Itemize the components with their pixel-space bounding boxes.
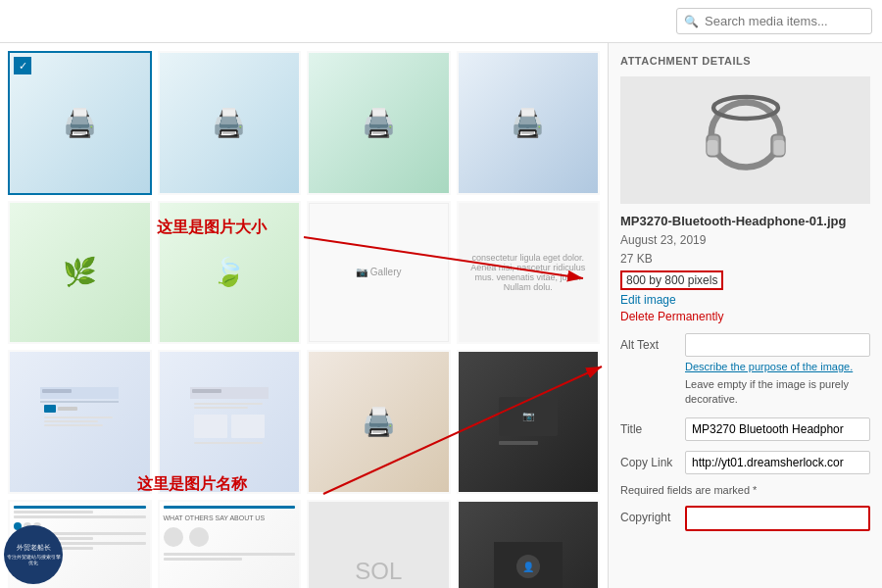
watermark-text: 外贸老船长 专注外贸建站与搜索引擎优化 bbox=[4, 542, 63, 567]
media-item[interactable]: SOL bbox=[307, 500, 451, 589]
svg-rect-28 bbox=[773, 140, 784, 155]
gallery-label: 📷 Gallery bbox=[356, 267, 401, 277]
media-item[interactable]: 👤 bbox=[457, 500, 601, 589]
svg-rect-7 bbox=[44, 424, 103, 426]
watermark-line2: 专注外贸建站与搜索引擎优化 bbox=[6, 554, 61, 565]
svg-rect-2 bbox=[40, 401, 119, 403]
title-row: Title bbox=[620, 417, 870, 441]
watermark-line1: 外贸老船长 bbox=[6, 544, 61, 552]
svg-rect-5 bbox=[44, 416, 113, 418]
attachment-filesize: 27 KB bbox=[620, 250, 870, 269]
delete-permanently-link[interactable]: Delete Permanently bbox=[620, 310, 870, 323]
svg-rect-4 bbox=[58, 407, 77, 411]
copy-link-row: Copy Link bbox=[620, 451, 870, 474]
svg-rect-9 bbox=[192, 389, 221, 393]
dark-image-1: 📷 bbox=[459, 352, 599, 492]
svg-rect-6 bbox=[44, 420, 98, 422]
svg-rect-3 bbox=[44, 405, 56, 413]
svg-rect-17 bbox=[499, 441, 538, 445]
alt-text-label: Alt Text bbox=[620, 333, 679, 352]
alt-text-row: Alt Text bbox=[620, 333, 870, 357]
pixel-size-wrap: 800 by 800 pixels bbox=[620, 270, 870, 290]
svg-rect-1 bbox=[42, 389, 72, 393]
media-item[interactable]: ✓ 🖨️ bbox=[8, 51, 152, 195]
search-icon: 🔍 bbox=[684, 15, 699, 28]
svg-rect-11 bbox=[194, 407, 248, 409]
svg-point-24 bbox=[710, 103, 779, 168]
media-item[interactable]: 🍃 bbox=[158, 201, 302, 345]
attachment-panel: ATTACHMENT DETAILS MP3270-Bluetooth-Head… bbox=[608, 43, 882, 588]
dark-image-2: 👤 bbox=[459, 502, 599, 589]
copyright-row: Copyright bbox=[620, 506, 870, 531]
media-item[interactable] bbox=[8, 350, 152, 494]
attachment-date: August 23, 2019 bbox=[620, 231, 870, 250]
media-grid-area: ✓ 🖨️ 🖨️ 🖨️ 🖨️ 🌿 🍃 📷 Gallery bbox=[0, 43, 608, 588]
title-label: Title bbox=[620, 417, 679, 436]
media-grid: ✓ 🖨️ 🖨️ 🖨️ 🖨️ 🌿 🍃 📷 Gallery bbox=[8, 51, 600, 588]
media-item[interactable] bbox=[158, 350, 302, 494]
copyright-label: Copyright bbox=[620, 506, 679, 524]
top-bar: 🔍 bbox=[0, 0, 882, 43]
media-item[interactable]: 🖨️ bbox=[307, 350, 451, 494]
svg-rect-27 bbox=[707, 140, 717, 155]
leaf-image-1: 🌿 bbox=[10, 203, 150, 343]
search-wrap: 🔍 bbox=[676, 8, 872, 34]
watermark: 外贸老船长 专注外贸建站与搜索引擎优化 bbox=[4, 525, 63, 584]
svg-text:👤: 👤 bbox=[522, 561, 535, 573]
gallery-placeholder: 📷 Gallery bbox=[309, 203, 449, 343]
alt-desc-link[interactable]: Describe the purpose of the image. bbox=[685, 360, 870, 374]
printer-image-5: 🖨️ bbox=[309, 352, 449, 492]
media-item[interactable]: 🖨️ bbox=[457, 51, 601, 195]
svg-rect-14 bbox=[194, 442, 263, 444]
edit-image-link[interactable]: Edit image bbox=[620, 293, 870, 307]
svg-rect-13 bbox=[231, 415, 265, 438]
required-note: Required fields are marked * bbox=[620, 484, 870, 496]
website-image-2: WHAT OTHERS SAY ABOUT US bbox=[160, 502, 300, 589]
title-input[interactable] bbox=[685, 417, 870, 441]
blank-image: SOL bbox=[309, 502, 449, 589]
headphone-image bbox=[692, 86, 800, 194]
printer-image-3: 🖨️ bbox=[309, 53, 449, 193]
leaf-image-2: 🍃 bbox=[160, 203, 300, 343]
panel-title: ATTACHMENT DETAILS bbox=[620, 55, 870, 67]
screenshot-2 bbox=[160, 352, 300, 492]
alt-text-input[interactable] bbox=[685, 333, 870, 357]
search-input[interactable] bbox=[676, 8, 872, 34]
media-item[interactable]: 🖨️ bbox=[307, 51, 451, 195]
svg-rect-10 bbox=[194, 403, 263, 405]
copyright-input[interactable] bbox=[685, 506, 870, 531]
attachment-filename: MP3270-Bluetooth-Headphone-01.jpg bbox=[620, 214, 870, 228]
printer-image-2: 🖨️ bbox=[160, 53, 300, 193]
copy-link-input[interactable] bbox=[685, 451, 870, 474]
text-block-image: consectetur ligula eget dolor. Aenea nis… bbox=[459, 203, 599, 343]
alt-desc-plain: Leave empty if the image is purely decor… bbox=[685, 377, 870, 408]
media-item[interactable]: 🖨️ bbox=[158, 51, 302, 195]
main-content: ✓ 🖨️ 🖨️ 🖨️ 🖨️ 🌿 🍃 📷 Gallery bbox=[0, 43, 882, 588]
media-item[interactable]: consectetur ligula eget dolor. Aenea nis… bbox=[457, 201, 601, 345]
website-caption: WHAT OTHERS SAY ABOUT US bbox=[164, 514, 296, 521]
copy-link-label: Copy Link bbox=[620, 451, 679, 469]
media-item[interactable]: 📷 bbox=[457, 350, 601, 494]
svg-rect-12 bbox=[194, 415, 227, 438]
attachment-thumbnail bbox=[620, 76, 870, 204]
check-mark: ✓ bbox=[14, 57, 31, 74]
media-item[interactable]: WHAT OTHERS SAY ABOUT US bbox=[158, 500, 302, 589]
svg-text:📷: 📷 bbox=[522, 410, 535, 422]
screenshot-1 bbox=[10, 352, 150, 492]
text-lines: consectetur ligula eget dolor. Aenea nis… bbox=[463, 253, 595, 292]
media-item[interactable]: 🌿 bbox=[8, 201, 152, 345]
media-item[interactable]: 📷 Gallery bbox=[307, 201, 451, 345]
pixel-size-highlight: 800 by 800 pixels bbox=[620, 270, 723, 290]
printer-image-4: 🖨️ bbox=[459, 53, 599, 193]
